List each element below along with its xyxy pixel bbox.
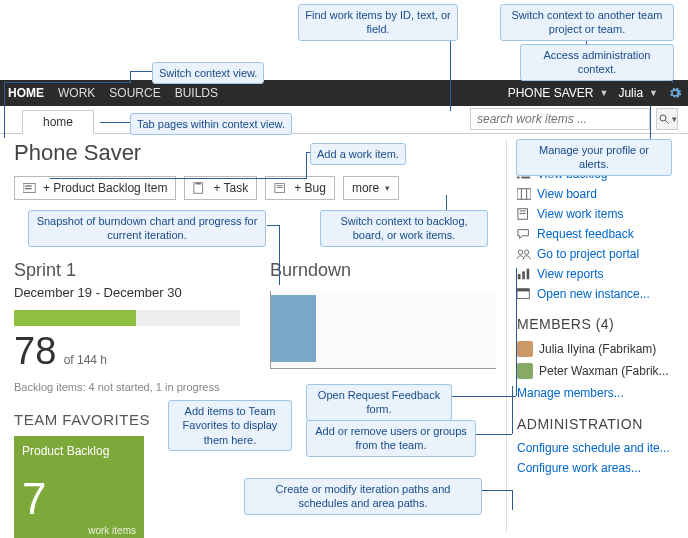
avatar [517,363,533,379]
search-icon [658,113,670,125]
member-name: Julia Ilyina (Fabrikam) [539,342,656,356]
callout-snapshot: Snapshot of burndown chart and progress … [28,210,266,247]
svg-rect-15 [517,177,520,179]
nav-builds[interactable]: BUILDS [175,86,218,100]
backlog-status-note: Backlog items: 4 not started, 1 in progr… [14,381,240,393]
sprint-title: Sprint 1 [14,260,240,281]
search-input[interactable] [470,108,650,130]
member-row[interactable]: Peter Waxman (Fabrik... [517,360,674,382]
nav-work[interactable]: WORK [58,86,95,100]
svg-rect-27 [527,269,530,280]
top-nav: HOME WORK SOURCE BUILDS PHONE SAVER ▼ Ju… [0,80,688,106]
project-switcher[interactable]: PHONE SAVER ▼ [508,86,609,100]
page-title: Phone Saver [14,140,496,166]
configure-schedule-link[interactable]: Configure schedule and ite... [517,441,670,455]
search-button[interactable]: ▾ [656,108,678,130]
svg-rect-21 [520,211,526,212]
user-name: Julia [618,86,643,100]
favorite-tile-backlog[interactable]: Product Backlog 7 work items [14,436,144,538]
new-task-button[interactable]: + Task [184,176,257,200]
callout-team-fav-hint: Add items to Team Favorites to display t… [168,400,292,451]
callout-tab-pages: Tab pages within context view. [130,113,292,135]
activity-project-portal[interactable]: Go to project portal [517,244,674,264]
window-icon [517,288,531,300]
portal-icon [517,248,531,260]
svg-rect-6 [196,183,201,185]
member-row[interactable]: Julia Ilyina (Fabrikam) [517,338,674,360]
link-label: View work items [537,207,623,221]
burndown-title: Burndown [270,260,496,281]
svg-rect-9 [277,187,283,188]
sub-nav: home ▾ [0,106,688,134]
chevron-down-icon: ▾ [385,183,390,193]
project-name: PHONE SAVER [508,86,594,100]
activity-request-feedback[interactable]: Request feedback [517,224,674,244]
svg-point-24 [524,250,528,254]
callout-find-items: Find work items by ID, text, or field. [298,4,458,41]
board-icon [517,188,531,200]
link-label: Open new instance... [537,287,650,301]
chevron-down-icon: ▼ [649,88,658,98]
manage-members-link[interactable]: Manage members... [517,386,624,400]
chevron-down-icon: ▼ [599,88,608,98]
configure-work-areas-link[interactable]: Configure work areas... [517,461,641,475]
avatar [517,341,533,357]
callout-add-users: Add or remove users or groups from the t… [306,420,476,457]
nav-home[interactable]: HOME [8,86,44,100]
link-label: Go to project portal [537,247,639,261]
callout-profile: Manage your profile or alerts. [516,139,672,176]
sprint-progress[interactable]: Sprint 1 December 19 - December 30 78 of… [14,260,240,393]
nav-source[interactable]: SOURCE [109,86,160,100]
svg-rect-17 [517,189,531,200]
svg-line-1 [665,121,668,124]
burndown-block[interactable]: Burndown [270,260,496,393]
svg-rect-4 [25,188,32,189]
member-name: Peter Waxman (Fabrik... [539,364,669,378]
user-menu[interactable]: Julia ▼ [618,86,658,100]
link-label: View board [537,187,597,201]
new-pbi-label: + Product Backlog Item [43,181,167,195]
hours-total: of 144 h [64,353,107,367]
new-bug-label: + Bug [294,181,326,195]
new-pbi-button[interactable]: + Product Backlog Item [14,176,176,200]
sprint-dates: December 19 - December 30 [14,285,240,300]
reports-icon [517,268,531,280]
pbi-icon [23,182,37,194]
callout-add-item: Add a work item. [310,143,406,165]
svg-marker-10 [271,295,316,362]
svg-rect-16 [521,177,530,179]
members-heading: MEMBERS (4) [517,316,674,332]
svg-rect-26 [522,271,525,279]
new-item-row: + Product Backlog Item + Task + Bug more… [14,176,496,200]
chevron-down-icon: ▾ [672,114,677,124]
activity-open-new-instance[interactable]: Open new instance... [517,284,674,304]
svg-rect-3 [25,185,32,186]
svg-point-0 [660,115,666,121]
task-icon [193,182,207,194]
new-task-label: + Task [213,181,248,195]
svg-rect-8 [277,185,283,186]
tab-home[interactable]: home [22,110,94,134]
svg-rect-22 [520,213,526,214]
activities-list: View backlog View board View work items … [517,164,674,304]
favorite-tile-count: 7 [22,474,46,524]
new-bug-button[interactable]: + Bug [265,176,335,200]
link-label: Request feedback [537,227,634,241]
bug-icon [274,182,288,194]
callout-admin-ctx: Access administration context. [520,44,674,81]
more-button[interactable]: more ▾ [343,176,399,200]
items-icon [517,208,531,220]
activity-view-reports[interactable]: View reports [517,264,674,284]
favorite-tile-sub: work items [88,525,136,536]
favorite-tile-title: Product Backlog [22,444,136,458]
activity-view-work-items[interactable]: View work items [517,204,674,224]
callout-open-feedback: Open Request Feedback form. [306,384,452,421]
svg-rect-29 [517,289,529,292]
svg-rect-25 [518,274,521,279]
burndown-chart [270,291,496,369]
callout-switch-view: Switch context view. [152,62,264,84]
activity-view-board[interactable]: View board [517,184,674,204]
gear-icon[interactable] [668,86,682,100]
progress-bar-fill [14,310,136,326]
svg-point-23 [518,250,522,254]
